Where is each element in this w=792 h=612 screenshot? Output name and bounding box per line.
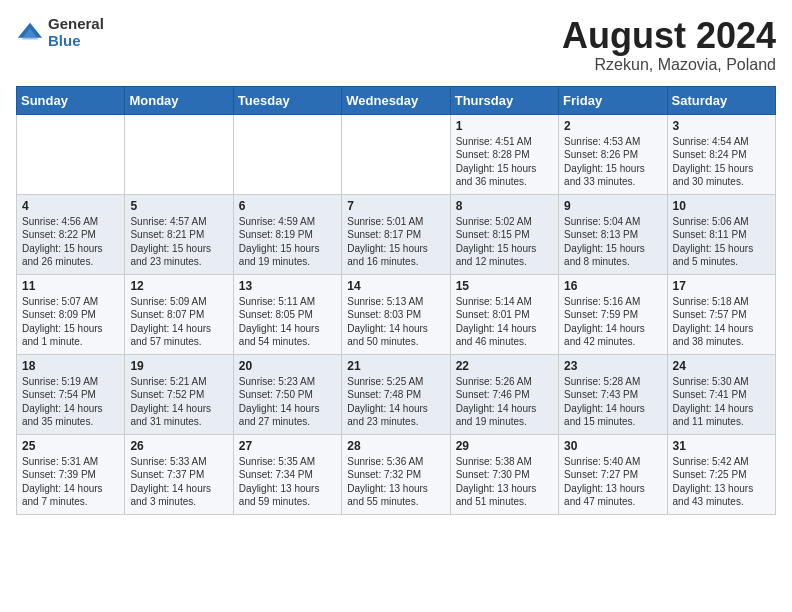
day-number: 13 bbox=[239, 279, 336, 293]
day-number: 23 bbox=[564, 359, 661, 373]
day-number: 21 bbox=[347, 359, 444, 373]
header-day-monday: Monday bbox=[125, 86, 233, 114]
day-number: 16 bbox=[564, 279, 661, 293]
day-content: Sunrise: 5:14 AM Sunset: 8:01 PM Dayligh… bbox=[456, 295, 553, 349]
calendar-cell: 8Sunrise: 5:02 AM Sunset: 8:15 PM Daylig… bbox=[450, 194, 558, 274]
day-number: 18 bbox=[22, 359, 119, 373]
day-content: Sunrise: 5:33 AM Sunset: 7:37 PM Dayligh… bbox=[130, 455, 227, 509]
day-content: Sunrise: 5:11 AM Sunset: 8:05 PM Dayligh… bbox=[239, 295, 336, 349]
calendar-cell: 26Sunrise: 5:33 AM Sunset: 7:37 PM Dayli… bbox=[125, 434, 233, 514]
day-number: 11 bbox=[22, 279, 119, 293]
calendar-cell: 22Sunrise: 5:26 AM Sunset: 7:46 PM Dayli… bbox=[450, 354, 558, 434]
calendar-cell: 23Sunrise: 5:28 AM Sunset: 7:43 PM Dayli… bbox=[559, 354, 667, 434]
calendar-title: August 2024 bbox=[562, 16, 776, 56]
logo-text: General Blue bbox=[48, 16, 104, 49]
calendar-cell: 15Sunrise: 5:14 AM Sunset: 8:01 PM Dayli… bbox=[450, 274, 558, 354]
day-content: Sunrise: 5:23 AM Sunset: 7:50 PM Dayligh… bbox=[239, 375, 336, 429]
day-content: Sunrise: 5:38 AM Sunset: 7:30 PM Dayligh… bbox=[456, 455, 553, 509]
day-content: Sunrise: 5:26 AM Sunset: 7:46 PM Dayligh… bbox=[456, 375, 553, 429]
day-number: 9 bbox=[564, 199, 661, 213]
calendar-cell: 14Sunrise: 5:13 AM Sunset: 8:03 PM Dayli… bbox=[342, 274, 450, 354]
day-content: Sunrise: 5:31 AM Sunset: 7:39 PM Dayligh… bbox=[22, 455, 119, 509]
day-content: Sunrise: 5:28 AM Sunset: 7:43 PM Dayligh… bbox=[564, 375, 661, 429]
calendar-cell: 27Sunrise: 5:35 AM Sunset: 7:34 PM Dayli… bbox=[233, 434, 341, 514]
day-number: 20 bbox=[239, 359, 336, 373]
day-number: 7 bbox=[347, 199, 444, 213]
week-row-2: 4Sunrise: 4:56 AM Sunset: 8:22 PM Daylig… bbox=[17, 194, 776, 274]
header-day-friday: Friday bbox=[559, 86, 667, 114]
title-block: August 2024 Rzekun, Mazovia, Poland bbox=[562, 16, 776, 74]
week-row-5: 25Sunrise: 5:31 AM Sunset: 7:39 PM Dayli… bbox=[17, 434, 776, 514]
calendar-cell: 1Sunrise: 4:51 AM Sunset: 8:28 PM Daylig… bbox=[450, 114, 558, 194]
day-content: Sunrise: 5:40 AM Sunset: 7:27 PM Dayligh… bbox=[564, 455, 661, 509]
logo-blue: Blue bbox=[48, 33, 104, 50]
header-row: SundayMondayTuesdayWednesdayThursdayFrid… bbox=[17, 86, 776, 114]
day-content: Sunrise: 5:36 AM Sunset: 7:32 PM Dayligh… bbox=[347, 455, 444, 509]
day-content: Sunrise: 4:53 AM Sunset: 8:26 PM Dayligh… bbox=[564, 135, 661, 189]
calendar-cell: 4Sunrise: 4:56 AM Sunset: 8:22 PM Daylig… bbox=[17, 194, 125, 274]
calendar-subtitle: Rzekun, Mazovia, Poland bbox=[562, 56, 776, 74]
header-day-tuesday: Tuesday bbox=[233, 86, 341, 114]
calendar-body: 1Sunrise: 4:51 AM Sunset: 8:28 PM Daylig… bbox=[17, 114, 776, 514]
day-content: Sunrise: 5:42 AM Sunset: 7:25 PM Dayligh… bbox=[673, 455, 770, 509]
logo-icon bbox=[16, 19, 44, 47]
calendar-cell: 13Sunrise: 5:11 AM Sunset: 8:05 PM Dayli… bbox=[233, 274, 341, 354]
day-number: 14 bbox=[347, 279, 444, 293]
calendar-cell: 5Sunrise: 4:57 AM Sunset: 8:21 PM Daylig… bbox=[125, 194, 233, 274]
day-content: Sunrise: 5:04 AM Sunset: 8:13 PM Dayligh… bbox=[564, 215, 661, 269]
day-number: 31 bbox=[673, 439, 770, 453]
calendar-cell: 18Sunrise: 5:19 AM Sunset: 7:54 PM Dayli… bbox=[17, 354, 125, 434]
day-number: 27 bbox=[239, 439, 336, 453]
calendar-cell: 2Sunrise: 4:53 AM Sunset: 8:26 PM Daylig… bbox=[559, 114, 667, 194]
day-number: 8 bbox=[456, 199, 553, 213]
calendar-cell: 21Sunrise: 5:25 AM Sunset: 7:48 PM Dayli… bbox=[342, 354, 450, 434]
day-content: Sunrise: 4:57 AM Sunset: 8:21 PM Dayligh… bbox=[130, 215, 227, 269]
day-number: 3 bbox=[673, 119, 770, 133]
day-content: Sunrise: 4:51 AM Sunset: 8:28 PM Dayligh… bbox=[456, 135, 553, 189]
day-number: 6 bbox=[239, 199, 336, 213]
day-content: Sunrise: 5:01 AM Sunset: 8:17 PM Dayligh… bbox=[347, 215, 444, 269]
logo-general: General bbox=[48, 16, 104, 33]
calendar-cell: 19Sunrise: 5:21 AM Sunset: 7:52 PM Dayli… bbox=[125, 354, 233, 434]
day-content: Sunrise: 4:54 AM Sunset: 8:24 PM Dayligh… bbox=[673, 135, 770, 189]
day-number: 5 bbox=[130, 199, 227, 213]
header-day-wednesday: Wednesday bbox=[342, 86, 450, 114]
day-number: 17 bbox=[673, 279, 770, 293]
day-number: 30 bbox=[564, 439, 661, 453]
calendar-cell: 16Sunrise: 5:16 AM Sunset: 7:59 PM Dayli… bbox=[559, 274, 667, 354]
calendar-cell: 31Sunrise: 5:42 AM Sunset: 7:25 PM Dayli… bbox=[667, 434, 775, 514]
calendar-cell: 6Sunrise: 4:59 AM Sunset: 8:19 PM Daylig… bbox=[233, 194, 341, 274]
day-content: Sunrise: 5:13 AM Sunset: 8:03 PM Dayligh… bbox=[347, 295, 444, 349]
day-content: Sunrise: 5:19 AM Sunset: 7:54 PM Dayligh… bbox=[22, 375, 119, 429]
calendar-header: SundayMondayTuesdayWednesdayThursdayFrid… bbox=[17, 86, 776, 114]
day-number: 12 bbox=[130, 279, 227, 293]
day-number: 25 bbox=[22, 439, 119, 453]
day-number: 28 bbox=[347, 439, 444, 453]
calendar-cell bbox=[17, 114, 125, 194]
week-row-3: 11Sunrise: 5:07 AM Sunset: 8:09 PM Dayli… bbox=[17, 274, 776, 354]
day-number: 1 bbox=[456, 119, 553, 133]
calendar-cell: 12Sunrise: 5:09 AM Sunset: 8:07 PM Dayli… bbox=[125, 274, 233, 354]
calendar-cell: 29Sunrise: 5:38 AM Sunset: 7:30 PM Dayli… bbox=[450, 434, 558, 514]
day-content: Sunrise: 5:25 AM Sunset: 7:48 PM Dayligh… bbox=[347, 375, 444, 429]
header-day-sunday: Sunday bbox=[17, 86, 125, 114]
day-number: 2 bbox=[564, 119, 661, 133]
day-content: Sunrise: 5:06 AM Sunset: 8:11 PM Dayligh… bbox=[673, 215, 770, 269]
day-content: Sunrise: 4:56 AM Sunset: 8:22 PM Dayligh… bbox=[22, 215, 119, 269]
day-number: 29 bbox=[456, 439, 553, 453]
day-content: Sunrise: 5:09 AM Sunset: 8:07 PM Dayligh… bbox=[130, 295, 227, 349]
calendar-cell: 10Sunrise: 5:06 AM Sunset: 8:11 PM Dayli… bbox=[667, 194, 775, 274]
header-day-saturday: Saturday bbox=[667, 86, 775, 114]
week-row-1: 1Sunrise: 4:51 AM Sunset: 8:28 PM Daylig… bbox=[17, 114, 776, 194]
week-row-4: 18Sunrise: 5:19 AM Sunset: 7:54 PM Dayli… bbox=[17, 354, 776, 434]
day-number: 19 bbox=[130, 359, 227, 373]
calendar-cell: 28Sunrise: 5:36 AM Sunset: 7:32 PM Dayli… bbox=[342, 434, 450, 514]
day-content: Sunrise: 5:21 AM Sunset: 7:52 PM Dayligh… bbox=[130, 375, 227, 429]
calendar-cell: 30Sunrise: 5:40 AM Sunset: 7:27 PM Dayli… bbox=[559, 434, 667, 514]
day-content: Sunrise: 5:02 AM Sunset: 8:15 PM Dayligh… bbox=[456, 215, 553, 269]
calendar-cell: 9Sunrise: 5:04 AM Sunset: 8:13 PM Daylig… bbox=[559, 194, 667, 274]
day-content: Sunrise: 5:16 AM Sunset: 7:59 PM Dayligh… bbox=[564, 295, 661, 349]
day-number: 24 bbox=[673, 359, 770, 373]
calendar-cell bbox=[125, 114, 233, 194]
day-number: 15 bbox=[456, 279, 553, 293]
